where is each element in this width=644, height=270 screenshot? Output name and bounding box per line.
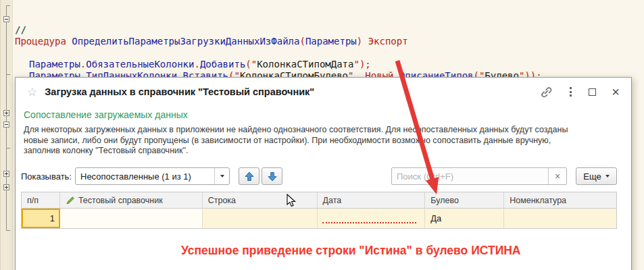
- col-header-testref[interactable]: Тестовый справочник: [60, 192, 203, 209]
- fold-tick-icon: [7, 5, 10, 6]
- col-header-nomenklatura[interactable]: Номенклатура: [504, 192, 616, 209]
- move-down-button[interactable]: [262, 167, 282, 185]
- mapping-table: п/п Тестовый справочник Строка Дата Буле…: [21, 192, 617, 229]
- code-lines: //Процедура ОпределитьПараметрыЗагрузкиД…: [15, 24, 640, 82]
- annotation-text: Успешное приведение строки "Истина" в бу…: [181, 244, 520, 258]
- dialog-titlebar: ☆ Загрузка данных в справочник "Тестовый…: [16, 78, 631, 106]
- cell-testref[interactable]: [60, 209, 203, 228]
- dropdown-arrow-icon[interactable]: [214, 168, 229, 184]
- col-header-num[interactable]: п/п: [22, 192, 60, 209]
- cell-data[interactable]: [318, 209, 426, 228]
- fold-tick-icon: [7, 148, 10, 148]
- col-header-bulevo[interactable]: Булево: [425, 192, 504, 209]
- maximize-icon[interactable]: [589, 88, 596, 96]
- more-menu-icon[interactable]: [568, 86, 573, 98]
- toolbar: Показывать: Несопоставленные (1 из 1) × …: [16, 167, 631, 186]
- pencil-icon: [66, 196, 75, 205]
- col-header-data[interactable]: Дата: [318, 192, 426, 209]
- link-icon[interactable]: [540, 86, 553, 99]
- dialog-title: Загрузка данных в справочник "Тестовый с…: [45, 86, 314, 97]
- search-box: ×: [391, 167, 567, 185]
- cell-num[interactable]: 1: [22, 209, 60, 228]
- fold-tick-icon: [7, 74, 10, 75]
- fold-expand-icon[interactable]: [3, 110, 9, 116]
- arrow-up-icon: [245, 171, 254, 182]
- table-header-row: п/п Тестовый справочник Строка Дата Буле…: [22, 192, 616, 209]
- move-up-button[interactable]: [239, 167, 259, 185]
- favorite-star-icon[interactable]: ☆: [27, 85, 37, 99]
- cell-nomenklatura[interactable]: [504, 209, 616, 228]
- col-header-stroka[interactable]: Строка: [203, 192, 318, 209]
- fold-collapse-icon[interactable]: [3, 16, 9, 22]
- dropdown-arrow-icon: [605, 175, 610, 178]
- cell-bulevo[interactable]: Да: [425, 209, 504, 228]
- fold-collapse-icon[interactable]: [3, 122, 9, 128]
- fold-expand-icon[interactable]: [3, 184, 9, 190]
- fold-line: [6, 5, 7, 231]
- close-icon[interactable]: ×: [612, 87, 620, 97]
- search-input[interactable]: [392, 171, 548, 182]
- data-load-dialog: ☆ Загрузка данных в справочник "Тестовый…: [15, 77, 632, 270]
- show-label: Показывать:: [21, 171, 72, 182]
- description-line: новые записи, либо они будут пропущены (…: [24, 136, 568, 146]
- fold-expand-icon[interactable]: [3, 171, 9, 177]
- table-row: 1 Да: [22, 209, 616, 228]
- more-button-label: Еще: [583, 171, 601, 182]
- arrow-down-icon: [268, 171, 277, 182]
- code-folding-gutter: [0, 0, 13, 270]
- fold-tick-icon: [7, 230, 10, 231]
- description-line: Для некоторых загруженных данных в прило…: [24, 125, 568, 136]
- cell-stroka[interactable]: [203, 209, 318, 228]
- clear-search-icon[interactable]: ×: [548, 168, 566, 184]
- filter-value: Несопоставленные (1 из 1): [76, 171, 214, 182]
- description-line: заполнив колонку "Тестовый справочник".: [24, 146, 568, 157]
- empty-value-marker: [322, 222, 417, 223]
- filter-dropdown[interactable]: Несопоставленные (1 из 1): [75, 167, 230, 185]
- more-button[interactable]: Еще: [576, 167, 617, 185]
- description-text: Для некоторых загруженных данных в прило…: [24, 125, 568, 157]
- section-title: Сопоставление загружаемых данных: [24, 109, 188, 120]
